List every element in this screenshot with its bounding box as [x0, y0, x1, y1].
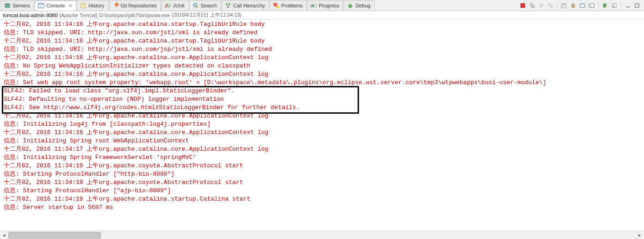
tab-console[interactable]: >_ Console ✕ [35, 0, 76, 11]
remove-all-button[interactable] [546, 1, 555, 10]
tab-history[interactable]: History [77, 0, 108, 11]
svg-rect-19 [276, 6, 279, 8]
show-console-button[interactable] [578, 1, 587, 10]
console-line: 信息: Starting ProtocolHandler ["http-bio-… [4, 170, 640, 178]
servers-icon [4, 2, 11, 9]
console-line: 信息: Initializing Spring root WebApplicat… [4, 137, 640, 145]
console-toolbar: + [519, 1, 644, 10]
horizontal-scrollbar[interactable]: ◄ ► [0, 231, 644, 239]
tab-callhierarchy[interactable]: Call Hierarchy [222, 0, 269, 11]
java-path: D:\tools\java\jdk7\bin\javaw.exe [99, 12, 170, 18]
minimize-button[interactable] [624, 1, 632, 10]
tab-git[interactable]: Git Repositories [109, 0, 161, 11]
tab-label: Debug [355, 3, 370, 8]
tab-label: Problems [281, 3, 303, 8]
terminate-all-button[interactable] [528, 1, 536, 10]
svg-rect-39 [572, 5, 575, 7]
progress-icon [310, 2, 317, 9]
svg-rect-8 [114, 3, 118, 6]
separator-icon [621, 2, 621, 9]
svg-text:>_: >_ [39, 5, 43, 8]
search-icon [192, 2, 199, 9]
console-line: 信息: Initializing log4j from [classpath:l… [4, 120, 640, 129]
console-line: 十二月02, 2016 11:34:16 上午org.apache.catali… [4, 20, 640, 29]
separator-icon [598, 2, 599, 9]
server-type: [Apache Tomcat] [60, 12, 98, 18]
svg-rect-21 [311, 5, 314, 6]
clear-console-button[interactable] [560, 1, 568, 10]
tab-label: Call Hierarchy [233, 3, 265, 8]
console-line: 十二月02, 2016 11:34:16 上午org.apache.catali… [4, 54, 640, 62]
console-line: 信息: No Spring WebApplicationInitializer … [4, 62, 640, 70]
svg-rect-29 [531, 5, 535, 8]
console-line: 十二月02, 2016 11:34:19 上午org.apache.coyote… [4, 178, 640, 187]
separator-icon [557, 2, 557, 9]
open-console-button[interactable]: + [588, 1, 596, 10]
tab-label: History [88, 3, 104, 8]
console-line: 十二月02, 2016 11:34:16 上午org.apache.catali… [4, 37, 640, 45]
svg-text:+: + [590, 5, 592, 7]
scroll-left-arrow[interactable]: ◄ [0, 232, 8, 239]
svg-rect-1 [5, 6, 10, 7]
svg-line-16 [228, 5, 229, 6]
scroll-right-arrow[interactable]: ► [636, 232, 644, 239]
console-line: 信息: Starting ProtocolHandler ["ajp-bio-8… [4, 187, 640, 195]
terminate-button[interactable] [519, 1, 527, 10]
display-selected-button[interactable] [610, 1, 619, 10]
svg-rect-47 [635, 4, 639, 7]
console-icon: >_ [38, 2, 44, 9]
svg-rect-46 [626, 6, 630, 7]
server-name: tomcat-busi-admin-8080 [3, 12, 58, 18]
tab-search[interactable]: Search [189, 0, 221, 11]
svg-point-13 [229, 3, 230, 5]
tab-junit[interactable]: JU JUnit [161, 0, 189, 11]
tab-progress[interactable]: Progress [307, 0, 343, 11]
svg-rect-0 [5, 4, 10, 5]
svg-line-11 [197, 6, 198, 8]
remove-launch-button[interactable] [537, 1, 545, 10]
maximize-button[interactable] [633, 1, 641, 10]
tab-debug[interactable]: Debug [344, 0, 374, 11]
svg-point-10 [193, 4, 197, 7]
close-icon[interactable]: ✕ [68, 3, 72, 8]
console-line: SLF4J: See http://www.slf4j.org/codes.ht… [4, 104, 640, 112]
tab-label: Git Repositories [121, 3, 157, 8]
svg-rect-27 [520, 3, 525, 8]
console-line: 十二月02, 2016 11:34:19 上午org.apache.catali… [4, 195, 640, 203]
svg-point-12 [226, 3, 228, 5]
problems-icon: ! [273, 2, 279, 9]
pin-console-button[interactable] [601, 1, 609, 10]
svg-rect-5 [81, 3, 86, 8]
svg-line-15 [227, 5, 228, 6]
tab-label: Search [201, 3, 217, 8]
console-process-info: tomcat-busi-admin-8080 [Apache Tomcat] D… [0, 11, 644, 19]
console-output[interactable]: 十二月02, 2016 11:34:16 上午org.apache.catali… [0, 19, 644, 231]
view-tabbar: Servers >_ Console ✕ History Git Reposit… [0, 0, 644, 11]
launch-timestamp: (2016年12月2日 上午11:34:13) [172, 12, 242, 18]
console-line: SLF4J: Failed to load class "org.slf4j.i… [4, 87, 640, 95]
console-line: 十二月02, 2016 11:34:16 上午org.apache.catali… [4, 112, 640, 120]
tab-label: Console [46, 3, 65, 8]
scrollbar-thumb[interactable] [8, 232, 101, 239]
console-line: 十二月02, 2016 11:34:16 上午org.apache.catali… [4, 70, 640, 79]
svg-rect-45 [613, 6, 614, 7]
console-line: 十二月02, 2016 11:34:16 上午org.apache.catali… [4, 129, 640, 137]
tab-servers[interactable]: Servers [1, 0, 34, 11]
debug-icon [347, 2, 353, 9]
console-line: 信息: Set web app root system property: 'w… [4, 79, 640, 87]
scroll-lock-button[interactable] [569, 1, 577, 10]
console-line: 十二月02, 2016 11:34:17 上午org.apache.catali… [4, 145, 640, 153]
console-line: SLF4J: Defaulting to no-operation (NOP) … [4, 95, 640, 104]
tab-problems[interactable]: ! Problems [270, 0, 307, 11]
git-icon [112, 2, 119, 9]
console-line: 十二月02, 2016 11:34:19 上午org.apache.coyote… [4, 162, 640, 170]
tab-label: Servers [12, 3, 30, 8]
console-line: 信息: TLD skipped. URI: http://java.sun.co… [4, 29, 640, 37]
svg-rect-41 [580, 4, 585, 5]
call-hierarchy-icon [225, 2, 231, 9]
console-line: 信息: Initializing Spring FrameworkServlet… [4, 153, 640, 162]
junit-icon: JU [165, 2, 171, 9]
console-line: 信息: TLD skipped. URI: http://java.sun.co… [4, 45, 640, 54]
tab-label: Progress [319, 3, 339, 8]
console-line: 信息: Server startup in 5687 ms [4, 203, 640, 212]
